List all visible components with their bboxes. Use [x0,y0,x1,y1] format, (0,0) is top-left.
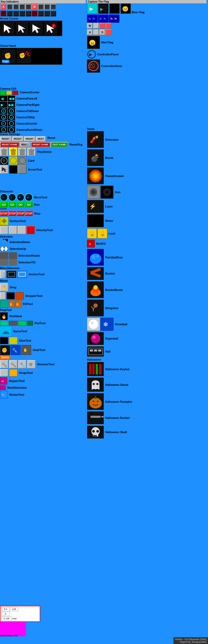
velocity-icon-2[interactable] [9,226,17,234]
reset-game-btn2[interactable]: RESET GAME [31,142,50,147]
go-btn-3[interactable]: GO [17,202,24,207]
next-btn[interactable]: NEXT [36,136,46,141]
hall-icon[interactable] [87,346,104,357]
fire-hand-icon[interactable]: 🔥 [0,312,8,320]
reset-btn-3[interactable]: RESET [24,136,35,141]
flat-icon-1[interactable] [0,321,8,326]
slingshot-icon[interactable]: Y [87,300,104,316]
hinge-icon-2[interactable] [9,369,17,376]
hinge-icon-1[interactable] [0,369,8,376]
velocity-icon-4[interactable] [26,226,35,234]
key-r[interactable]: R [32,4,37,10]
halloween-pumpkin-icon[interactable] [87,393,104,410]
flat-icon-4[interactable] [27,321,33,326]
sel-tilt-icon2[interactable] [9,259,17,266]
multi-sel-icon[interactable] [0,385,6,390]
anchor-icon-1[interactable]: ⚓ [0,270,6,278]
grab-icon-2[interactable]: 🔧 [11,345,21,355]
tex-val2-input[interactable] [10,607,18,611]
tex-val3-input[interactable] [1,612,10,616]
gun-icon-2[interactable] [100,186,113,199]
ctf-key-blank2[interactable] [93,29,99,35]
ctf-key-active1[interactable] [99,23,105,29]
motor-icon[interactable] [87,214,104,227]
flat-icon-3[interactable] [18,321,26,326]
halloween-skull-icon[interactable] [87,426,104,439]
surface-icon[interactable] [0,217,8,225]
lock-icon-2[interactable]: 🔓 [97,229,107,238]
superball-icon[interactable] [87,332,104,345]
hammer-icon-1[interactable]: 🔨 [0,360,8,368]
snowball-icon-1[interactable] [87,318,100,331]
sel-up-icon[interactable] [0,245,8,252]
lock-icon-1[interactable]: 🔒 [87,229,97,238]
key-a[interactable]: A [1,4,6,10]
card-icon-2[interactable] [9,157,17,165]
dropper-icon-3[interactable] [16,292,24,300]
ctf-key-a[interactable]: A [87,29,93,35]
card-icon-1[interactable]: ? [0,157,8,165]
trash-icon-4[interactable] [27,148,36,156]
move-icon-3[interactable]: ⟳ [17,193,24,201]
fill-icon-3[interactable]: 8 [16,300,21,308]
sel-rotate-icon[interactable] [0,252,8,259]
rocket-boots-icon[interactable] [87,281,104,298]
snowball-icon-2[interactable]: ❄ [100,318,113,331]
flamethrower-icon[interactable] [87,167,104,184]
velocity-icon-3[interactable] [18,226,26,234]
hammer-icon-4[interactable]: ⚒ [27,360,36,368]
flat-icon-2[interactable] [9,321,17,326]
velocity-icon-1[interactable] [0,226,8,234]
grab-icon-1[interactable]: ✊ [0,345,10,355]
stop-btn-3[interactable]: STOP [17,211,24,216]
stop-btn-4[interactable]: STOP [25,211,33,216]
ctf-key-blank1[interactable] [93,23,99,29]
move-icon-1[interactable]: ↔ [0,193,8,201]
key-h[interactable] [13,4,19,10]
halloween-asylum-icon[interactable] [87,362,104,376]
detonator-icon[interactable]: 🧨 [87,131,104,148]
drag-icon[interactable]: ✋ [0,283,8,291]
controller-panel-icon[interactable]: ▶ [87,50,96,59]
rocket-icon[interactable] [87,267,104,280]
resize-icon[interactable]: ⤡ [0,391,8,399]
halloween-rocket-icon[interactable] [87,411,104,424]
fill-icon-1[interactable] [0,300,8,308]
go-btn-2[interactable]: GO [8,202,16,207]
reset-game-btn[interactable]: RESET GAME [0,142,19,147]
anchor-icon-2[interactable] [6,271,16,278]
ctf-icon-1[interactable]: ▶ [87,3,97,14]
glue-icon-1[interactable] [0,337,8,344]
key-s[interactable] [38,4,44,10]
bomb-icon[interactable]: 💣 [87,149,104,166]
key-u[interactable] [44,4,50,10]
reset-btn-1[interactable]: RESET [0,136,11,141]
go-btn-4[interactable]: GO [25,202,33,207]
arrow-tool-icon-dark[interactable] [9,165,17,174]
paintball-icon[interactable] [87,249,104,266]
hammer-icon-3[interactable]: 🔧 [18,360,26,368]
key-d[interactable] [7,4,12,10]
laser-icon[interactable]: ⚡ [87,200,104,213]
reset-btn-2[interactable]: RESET [12,136,23,141]
misc-btn[interactable]: Misc... [20,142,31,147]
ctf-icon-4[interactable]: 😐 [120,3,131,14]
go-btn-1[interactable]: GO [0,202,8,207]
ctf-icon-3[interactable] [109,3,120,14]
anchor-icon-3[interactable] [17,271,27,278]
fill-icon-2[interactable]: 8 [9,300,15,308]
trash-icon-3[interactable] [18,148,26,156]
test-game-btn[interactable]: TEST GAME [51,142,68,147]
sel-rotate-icon2[interactable] [9,252,17,259]
arrow-tool-icon[interactable] [0,165,8,174]
grab-icon-3[interactable]: ✋ [21,345,31,355]
card-icon-3[interactable] [18,157,26,165]
hopper-icon[interactable]: H [0,377,7,385]
ctf-icon-2[interactable]: ▶ [98,3,109,14]
dropper-icon-2[interactable] [6,292,15,300]
dropper-icon-1[interactable] [0,292,6,300]
ctf-key-active3[interactable] [106,29,111,35]
ctf-key-active2[interactable] [106,23,111,29]
game-tool-icon[interactable] [0,326,12,336]
sel-tilt-icon[interactable] [0,259,8,266]
